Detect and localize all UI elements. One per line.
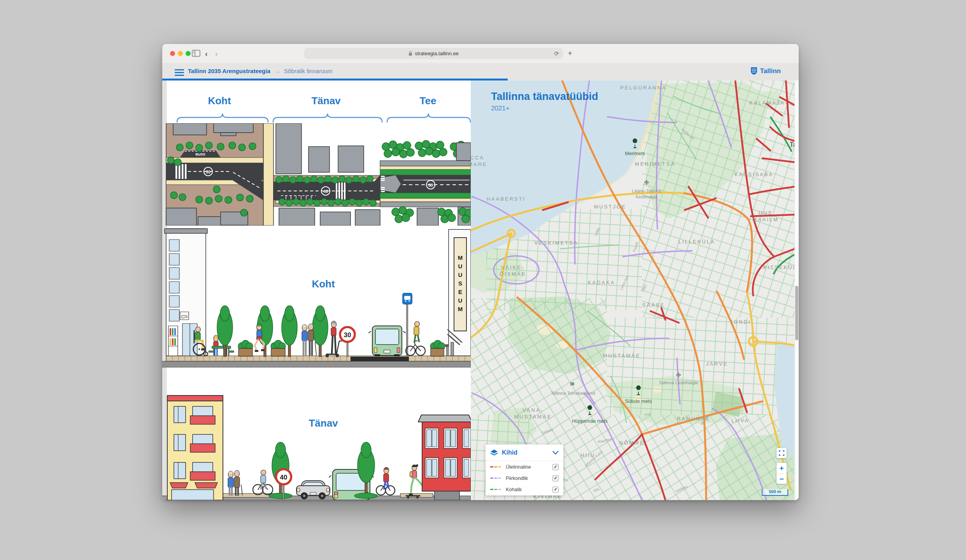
svg-text:Sütiste mets: Sütiste mets [625, 399, 652, 404]
bracket-braces [162, 110, 471, 124]
svg-text:LIIVA: LIIVA [731, 418, 749, 424]
address-bar[interactable]: strateegia.tallinn.ee ⟳ [304, 48, 563, 59]
scale-label: 500 m [769, 489, 781, 494]
svg-text:JÄRVE: JÄRVE [706, 361, 728, 367]
layers-panel-title: Kihid [502, 449, 549, 456]
svg-text:Hüppemäe mets: Hüppemäe mets [572, 418, 608, 424]
layer-label: Kohalik [506, 487, 549, 492]
elderly-couple [228, 471, 242, 495]
svg-text:VESKIMETSA: VESKIMETSA [534, 240, 578, 246]
svg-text:LILLEKÜLA: LILLEKÜLA [678, 239, 715, 245]
maximize-window-button[interactable] [186, 51, 191, 56]
cyclist [253, 470, 273, 495]
tallinn-logo[interactable]: Tallinn [750, 67, 781, 75]
chevron-down-icon[interactable] [552, 451, 559, 455]
svg-text:KALAMAJA: KALAMAJA [749, 100, 785, 106]
svg-text:KITSEKÜLA: KITSEKÜLA [763, 264, 794, 270]
svg-text:MUSTAMÄE: MUSTAMÄE [603, 353, 641, 359]
breadcrumb-current-page: Sõbralik linnaruum [284, 68, 332, 74]
refresh-icon[interactable]: ⟳ [554, 50, 559, 57]
site-header: Tallinn 2035 Arengustrateegia → Sõbralik… [162, 63, 799, 80]
svg-text:KASSISABA: KASSISABA [735, 172, 773, 177]
breadcrumb-home-link[interactable]: Tallinn 2035 Arengustrateegia [188, 68, 270, 74]
piirkondlik-checkbox[interactable] [552, 475, 559, 481]
city-map[interactable]: PELGURANNA KALAMAJA MERIMETSA ROCCAAL MA… [471, 80, 794, 500]
svg-text:TONDI: TONDI [729, 319, 751, 325]
layers-icon [490, 449, 498, 456]
svg-text:MERIMETSA: MERIMETSA [635, 161, 675, 167]
map-panel: PELGURANNA KALAMAJA MERIMETSA ROCCAAL MA… [471, 80, 794, 500]
new-tab-button[interactable]: + [568, 49, 572, 58]
yellow-apartment-building [167, 396, 223, 500]
minimize-window-button[interactable] [178, 51, 183, 56]
logo-label: Tallinn [760, 67, 781, 75]
street-top-view-diagram: BUSS 30 [162, 123, 471, 226]
layer-row-kohalik[interactable]: Kohalik [486, 484, 563, 495]
kohalik-swatch [490, 489, 503, 490]
map-title: Tallinna tänavatüübid [491, 91, 598, 103]
layer-label: Piirkondlik [506, 476, 549, 481]
layer-label: Ülelinnaline [506, 464, 549, 470]
svg-text:Merimets: Merimets [625, 151, 645, 156]
zoom-out-button[interactable]: − [777, 474, 787, 484]
layer-row-piirkondlik[interactable]: Piirkondlik [486, 472, 563, 484]
map-subtitle: 2021+ [491, 105, 510, 112]
cyclist [406, 322, 425, 356]
tanav-speed-sign: 40 [323, 189, 328, 194]
tanav-scene-illustration: 40 [162, 368, 471, 500]
map-scale-bar: 500 m [762, 489, 788, 496]
svg-text:KADAKA: KADAKA [588, 280, 615, 285]
fullscreen-icon [779, 450, 784, 456]
svg-text:NÕMME: NÕMME [619, 440, 645, 446]
svg-text:HAABERSTI: HAABERSTI [487, 196, 526, 202]
svg-text:Tallinna Tehnikaülikool: Tallinna Tehnikaülikool [551, 391, 595, 396]
layer-row-ulelinnaline[interactable]: Ülelinnaline [486, 461, 563, 472]
bracket-label-tanav: Tänav [311, 95, 340, 107]
city-center-label-cut: Ta [790, 141, 794, 148]
browser-window: ‹ › strateegia.tallinn.ee ⟳ + Tallinn 20… [162, 44, 799, 500]
back-button[interactable]: ‹ [205, 49, 208, 58]
koht-speed-sign: 30 [206, 170, 210, 174]
svg-text:40: 40 [280, 474, 288, 481]
page-content: Koht Tänav Tee [162, 80, 799, 500]
diagram-buildings-tanav [276, 123, 380, 226]
layers-panel: Kihid Ülelinnaline Piirkondl [486, 444, 563, 495]
bracket-label-koht: Koht [208, 95, 231, 107]
sidebar-toggle-icon[interactable] [192, 50, 200, 57]
tee-speed-sign: 50 [428, 183, 433, 187]
lock-icon [408, 51, 412, 56]
svg-text:30: 30 [344, 331, 351, 339]
page-scrollbar [794, 80, 799, 500]
tallinn-shield-icon [750, 67, 757, 75]
svg-text:PELGURANNA: PELGURANNA [620, 85, 667, 91]
bus-lane-label: BUSS [195, 152, 205, 156]
svg-text:SÄÄSE: SÄÄSE [642, 302, 665, 308]
planter-box [238, 340, 253, 356]
breadcrumb: Tallinn 2035 Arengustrateegia → Sõbralik… [188, 68, 332, 74]
cyclist [376, 467, 395, 495]
museum-sign: MUUSEUM [454, 237, 467, 331]
browser-titlebar: ‹ › strateegia.tallinn.ee ⟳ + [162, 44, 799, 63]
fullscreen-button[interactable] [777, 448, 787, 458]
bracket-label-tee: Tee [420, 95, 437, 107]
ulelinnaline-swatch [490, 466, 503, 467]
kohalik-checkbox[interactable] [552, 486, 559, 493]
speed-limit-sign-30: 30 [340, 327, 355, 357]
layers-panel-header[interactable]: Kihid [486, 444, 563, 461]
red-building [418, 415, 471, 500]
svg-text:Tallinna Lastehaigla: Tallinna Lastehaigla [659, 380, 698, 385]
zoom-controls: + − [777, 463, 787, 484]
breadcrumb-arrow-icon: → [274, 68, 280, 74]
forward-button[interactable]: › [215, 49, 218, 58]
ulelinnaline-checkbox[interactable] [552, 464, 559, 470]
zoom-in-button[interactable]: + [777, 463, 787, 474]
street-types-panel: Koht Tänav Tee [162, 80, 471, 500]
scrollbar-thumb[interactable] [795, 286, 798, 340]
svg-text:MUSTJÕE: MUSTJÕE [594, 204, 626, 210]
piirkondlik-swatch [490, 478, 503, 479]
url-text: strateegia.tallinn.ee [415, 51, 459, 56]
close-window-button[interactable] [170, 51, 175, 56]
menu-button[interactable] [175, 68, 184, 77]
planter-box [271, 340, 286, 356]
library-building [165, 229, 207, 356]
